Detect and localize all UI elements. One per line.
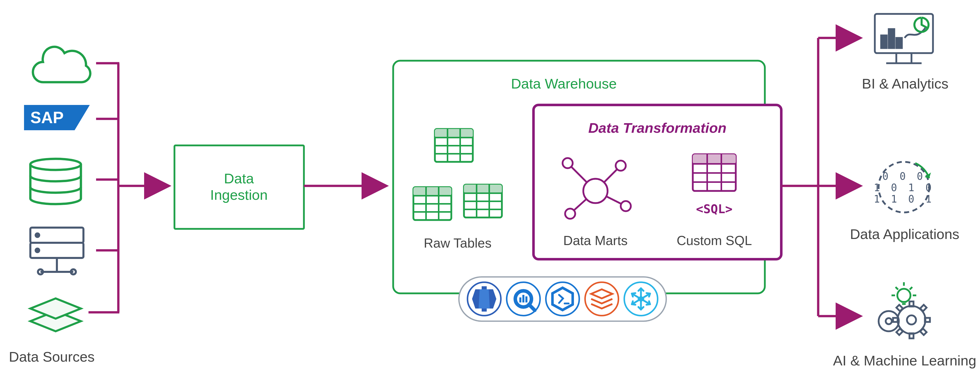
sap-icon: SAP xyxy=(24,105,90,130)
data-sources-column: SAP Data Sources xyxy=(9,47,95,365)
databricks-icon xyxy=(585,282,619,316)
svg-rect-50 xyxy=(693,154,736,164)
warehouse-title: Data Warehouse xyxy=(511,76,617,92)
output-connectors xyxy=(781,38,858,316)
layers-icon xyxy=(30,299,81,331)
redshift-icon xyxy=(468,282,501,316)
svg-rect-94 xyxy=(920,305,926,311)
svg-rect-65 xyxy=(525,296,527,302)
ingestion-label-line1: Data xyxy=(224,170,254,186)
ai-ml-icon xyxy=(878,282,930,339)
svg-rect-64 xyxy=(522,295,524,302)
svg-rect-26 xyxy=(414,187,451,196)
svg-point-97 xyxy=(886,318,892,324)
svg-point-48 xyxy=(565,209,575,219)
svg-rect-93 xyxy=(920,329,926,335)
ingestion-label-line2: Ingestion xyxy=(210,187,267,203)
ai-ml-group: AI & Machine Learning xyxy=(833,282,977,369)
svg-point-3 xyxy=(36,234,39,237)
vendor-strip xyxy=(459,277,666,321)
svg-rect-83 xyxy=(889,29,894,48)
cloud-icon xyxy=(33,47,90,82)
svg-point-4 xyxy=(36,249,39,252)
data-marts-label: Data Marts xyxy=(563,233,628,248)
svg-point-45 xyxy=(563,158,573,168)
svg-line-105 xyxy=(910,287,912,289)
synapse-icon xyxy=(546,282,579,316)
bi-analytics-label: BI & Analytics xyxy=(862,76,948,92)
bi-analytics-group: BI & Analytics xyxy=(862,14,948,92)
svg-point-44 xyxy=(583,179,608,203)
svg-point-46 xyxy=(616,161,626,171)
svg-point-0 xyxy=(30,159,81,170)
source-connectors xyxy=(89,63,167,312)
svg-rect-82 xyxy=(881,35,887,48)
transformation-title: Data Transformation xyxy=(589,120,727,136)
ai-ml-label: AI & Machine Learning xyxy=(833,353,977,369)
svg-rect-91 xyxy=(925,318,930,322)
svg-rect-92 xyxy=(896,305,903,311)
data-applications-label: Data Applications xyxy=(850,226,959,242)
raw-tables-label: Raw Tables xyxy=(424,236,492,250)
svg-rect-95 xyxy=(896,329,903,335)
data-transformation-box: Data Transformation Data Marts xyxy=(533,105,781,259)
svg-rect-84 xyxy=(896,38,902,48)
binary-row-1: 0 0 0 xyxy=(882,170,925,182)
svg-rect-33 xyxy=(464,184,502,193)
bi-analytics-icon xyxy=(875,14,933,63)
data-ingestion-box: Data Ingestion xyxy=(175,145,304,229)
svg-rect-89 xyxy=(910,333,913,339)
sap-label: SAP xyxy=(30,108,64,127)
svg-line-104 xyxy=(896,287,898,289)
database-icon xyxy=(30,159,81,204)
svg-rect-19 xyxy=(435,129,473,138)
server-icon xyxy=(30,227,83,274)
svg-rect-63 xyxy=(519,297,521,302)
data-sources-label: Data Sources xyxy=(9,349,95,365)
svg-rect-90 xyxy=(893,318,898,322)
svg-rect-88 xyxy=(910,302,913,307)
binary-row-2: 1 0 1 0 xyxy=(874,182,934,194)
bigquery-icon xyxy=(507,282,540,316)
svg-point-98 xyxy=(897,289,910,302)
snowflake-icon xyxy=(624,282,658,316)
data-applications-group: 0 0 0 1 0 1 0 1 1 0 1 Data Applications xyxy=(850,162,959,242)
svg-point-47 xyxy=(621,201,631,211)
svg-point-87 xyxy=(907,315,916,324)
binary-row-3: 1 1 0 1 xyxy=(874,193,934,205)
custom-sql-label: Custom SQL xyxy=(676,233,752,248)
data-warehouse-box: Data Warehouse xyxy=(393,61,781,293)
sql-tag: <SQL> xyxy=(696,202,733,216)
